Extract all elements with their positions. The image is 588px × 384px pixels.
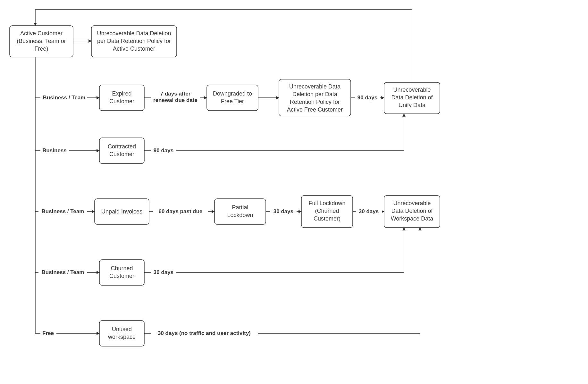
node-unused-line1: Unused	[112, 326, 132, 332]
node-churned-line1: Churned	[111, 265, 133, 271]
node-unrec-ws-line2: Data Deletion of	[391, 208, 433, 214]
node-unrec-ws-line3: Workspace Data	[391, 215, 434, 222]
node-downgraded-line1: Downgraded to	[213, 90, 252, 97]
node-contracted-customer: Contracted Customer	[99, 138, 144, 163]
svg-rect-3	[207, 85, 258, 111]
node-unrecoverable-active: Unrecoverable Data Deletion per Data Ret…	[91, 26, 177, 57]
node-expired-line1: Expired	[112, 90, 131, 97]
node-unrecoverable-workspace: Unrecoverable Data Deletion of Workspace…	[384, 196, 440, 228]
node-downgraded-line2: Free Tier	[221, 98, 244, 104]
edge-label-30-a: 30 days	[273, 208, 293, 214]
node-unrec-ws-line1: Unrecoverable	[393, 200, 431, 206]
edge-label-bt-churned: Business / Team	[42, 269, 84, 275]
node-contracted-line2: Customer	[109, 151, 134, 157]
node-unpaid-line1: Unpaid Invoices	[101, 208, 142, 215]
edge-label-90-b: 90 days	[154, 147, 173, 154]
node-full-line3: Customer)	[314, 215, 340, 222]
edge-label-30-c: 30 days	[154, 269, 173, 275]
node-partial-line1: Partial	[232, 204, 248, 211]
edge-label-30-d: 30 days (no traffic and user activity)	[158, 330, 251, 336]
svg-rect-2	[99, 85, 144, 111]
node-expired-line2: Customer	[109, 98, 134, 104]
node-churned-line2: Customer	[109, 273, 134, 279]
node-active-customer: Active Customer (Business, Team or Free)	[10, 26, 73, 57]
edge-label-bt-expired: Business / Team	[43, 95, 86, 101]
node-unrec-free-line4: Active Free Customer	[287, 106, 343, 113]
node-churned-customer: Churned Customer	[99, 260, 144, 285]
node-partial-line2: Lockdown	[227, 212, 253, 218]
node-full-lockdown: Full Lockdown (Churned Customer)	[301, 196, 353, 228]
svg-rect-11	[99, 260, 144, 285]
node-unused-line2: workspace	[108, 334, 136, 340]
node-partial-lockdown: Partial Lockdown	[214, 199, 266, 224]
node-unrec-free-line1: Unrecoverable Data	[289, 83, 341, 90]
node-contracted-line1: Contracted	[108, 143, 136, 150]
node-unrecoverable-active-line2: per Data Retention Policy for	[97, 38, 171, 44]
node-unrec-free-line2: Deletion per Data	[292, 91, 338, 97]
node-active-customer-line2: (Business, Team or	[17, 38, 66, 44]
edge-contracted-to-unify	[144, 114, 404, 151]
node-unrec-unify-line2: Data Deletion of	[391, 94, 433, 101]
node-unpaid-invoices: Unpaid Invoices	[95, 199, 149, 224]
node-full-line1: Full Lockdown	[308, 200, 345, 206]
node-unused-workspace: Unused workspace	[99, 321, 144, 346]
edge-label-free: Free	[42, 330, 54, 336]
node-active-customer-line1: Active Customer	[20, 30, 63, 37]
edge-unused-to-unrecws	[144, 228, 420, 333]
node-full-line2: (Churned	[315, 208, 339, 214]
svg-rect-6	[99, 138, 144, 163]
svg-rect-12	[99, 321, 144, 346]
node-active-customer-line3: Free)	[34, 46, 48, 52]
node-unrecoverable-active-line1: Unrecoverable Data Deletion	[97, 30, 171, 37]
edge-label-7days-b: renewal due date	[153, 97, 197, 103]
edge-label-90-a: 90 days	[357, 95, 377, 101]
node-expired-customer: Expired Customer	[99, 85, 144, 111]
flow-diagram: Active Customer (Business, Team or Free)…	[0, 0, 588, 384]
node-unrecoverable-free: Unrecoverable Data Deletion per Data Ret…	[279, 79, 351, 116]
node-unrec-free-line3: Retention Policy for	[290, 99, 340, 105]
node-unrec-unify-line3: Unify Data	[399, 102, 426, 108]
node-downgraded-free: Downgraded to Free Tier	[207, 85, 258, 111]
edge-churned-to-unrecws	[144, 228, 404, 272]
edge-label-business: Business	[42, 147, 67, 154]
node-unrecoverable-unify: Unrecoverable Data Deletion of Unify Dat…	[384, 82, 440, 114]
svg-rect-8	[214, 199, 266, 224]
edge-label-60: 60 days past due	[158, 208, 202, 214]
node-unrec-unify-line1: Unrecoverable	[393, 87, 431, 93]
edge-label-30-b: 30 days	[359, 208, 379, 214]
edge-label-bt-unpaid: Business / Team	[42, 208, 84, 214]
edge-label-7days-a: 7 days after	[160, 91, 191, 97]
node-unrecoverable-active-line3: Active Customer	[113, 46, 155, 52]
